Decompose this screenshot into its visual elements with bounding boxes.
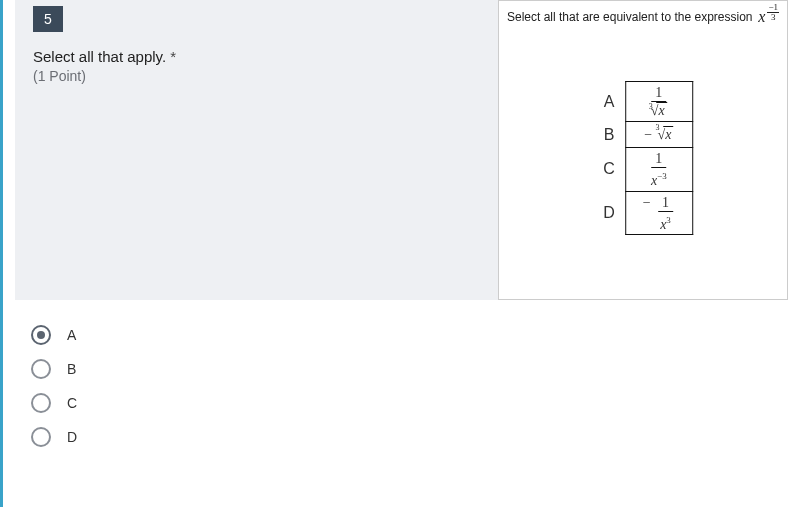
table-row: D − 1 x3 — [593, 191, 692, 235]
option-label-B: B — [67, 361, 76, 377]
expr-exp-num: 1 — [774, 2, 779, 12]
B-root-radicand: x — [663, 126, 673, 142]
target-expression: x −1 3 — [758, 7, 779, 26]
option-row-C[interactable]: C — [31, 386, 772, 420]
table-row: A 1 3 √x — [593, 82, 692, 122]
option-label-C: C — [67, 395, 77, 411]
option-label-A: A — [67, 327, 76, 343]
prompt-panel: Select all that are equivalent to the ex… — [498, 0, 788, 300]
choice-cell-D: − 1 x3 — [625, 191, 692, 235]
C-numerator: 1 — [651, 151, 666, 168]
choice-label-C: C — [593, 148, 625, 192]
B-root-index: 3 — [656, 123, 660, 132]
question-number: 5 — [44, 11, 52, 27]
D-sign: − — [643, 195, 651, 210]
radio-B[interactable] — [31, 359, 51, 379]
cube-root-icon: 3 √x — [658, 127, 674, 143]
choice-label-B: B — [593, 122, 625, 148]
table-row: C 1 x−3 — [593, 148, 692, 192]
radio-C[interactable] — [31, 393, 51, 413]
C-den-exp: −3 — [657, 171, 667, 181]
answer-table: A 1 3 √x B — [593, 81, 693, 235]
choice-cell-C: 1 x−3 — [625, 148, 692, 192]
D-den-exp: 3 — [666, 215, 671, 225]
D-numerator: 1 — [658, 195, 673, 212]
answer-options: A B C D — [3, 300, 800, 472]
A-numerator: 1 — [651, 85, 666, 102]
prompt-header: Select all that are equivalent to the ex… — [499, 1, 787, 26]
table-row: B − 3 √x — [593, 122, 692, 148]
option-label-D: D — [67, 429, 77, 445]
choice-cell-A: 1 3 √x — [625, 82, 692, 122]
question-number-badge: 5 — [33, 6, 63, 32]
B-sign: − — [644, 127, 652, 142]
option-row-A[interactable]: A — [31, 318, 772, 352]
expr-base: x — [758, 8, 765, 26]
radio-A[interactable] — [31, 325, 51, 345]
instruction-text: Select all that apply. — [33, 48, 166, 65]
A-root-index: 3 — [649, 99, 653, 114]
choice-label-D: D — [593, 191, 625, 235]
expr-exp-den: 3 — [770, 13, 777, 22]
expr-exponent: −1 3 — [767, 3, 779, 22]
question-points: (1 Point) — [33, 68, 86, 84]
choice-cell-B: − 3 √x — [625, 122, 692, 148]
option-row-D[interactable]: D — [31, 420, 772, 454]
option-row-B[interactable]: B — [31, 352, 772, 386]
choice-label-A: A — [593, 82, 625, 122]
question-instruction: Select all that apply. * — [33, 48, 176, 65]
question-card: 5 Select all that apply. * (1 Point) Sel… — [15, 0, 788, 300]
quiz-page: 5 Select all that apply. * (1 Point) Sel… — [0, 0, 800, 507]
cube-root-icon: 3 √x — [651, 103, 667, 118]
radio-D[interactable] — [31, 427, 51, 447]
required-marker: * — [170, 48, 176, 65]
prompt-text: Select all that are equivalent to the ex… — [507, 10, 752, 24]
A-root-radicand: x — [657, 102, 667, 118]
